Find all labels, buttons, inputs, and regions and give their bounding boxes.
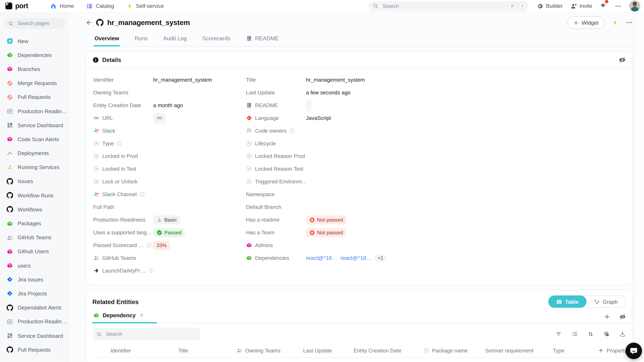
detail-row-passed-scorecard: Passed Scorecard …33%: [93, 239, 246, 252]
table-row[interactable]: mongodb_caret_…mongodb@…an hour ago2 hou…: [92, 358, 626, 362]
add-widget-button[interactable]: Widget: [567, 16, 605, 29]
sidebar-item-deployments[interactable]: Deployments: [2, 146, 68, 160]
builder-button[interactable]: Builder: [537, 3, 562, 9]
column-header-title[interactable]: Title: [178, 347, 236, 354]
tab-readme[interactable]: README: [245, 33, 280, 46]
global-search-input[interactable]: [382, 3, 506, 9]
copy-icon[interactable]: [603, 331, 610, 337]
catalog-icon: [86, 3, 93, 9]
column-header-property[interactable]: Property: [598, 347, 626, 354]
more-menu-icon[interactable]: [615, 3, 622, 9]
sidebar-item-github-teams[interactable]: GitHub Teams: [2, 231, 68, 245]
column-header-identifier[interactable]: Identifier: [110, 347, 178, 354]
cube-pink-icon: [6, 262, 13, 269]
sidebar-item-service-dashboard[interactable]: Service Dashboard: [2, 118, 68, 132]
add-relation-icon[interactable]: [604, 313, 610, 320]
tab-audit-log[interactable]: Audit Log: [162, 33, 188, 46]
view-toggle: Table Graph: [548, 296, 626, 308]
download-icon[interactable]: [619, 331, 626, 337]
top-nav: port HomeCatalogSelf-service ⌘ K Builder…: [0, 0, 644, 12]
details-title: Details: [102, 57, 121, 63]
detail-label: Language: [255, 115, 279, 121]
detail-value: hr_management_system: [153, 77, 212, 83]
filter-icon[interactable]: [555, 331, 562, 337]
sidebar-item-label: Jira Projects: [18, 291, 47, 297]
column-header-owning-teams[interactable]: Owning Teams: [236, 347, 303, 354]
column-header-package-name[interactable]: Package name: [424, 347, 485, 354]
avatar[interactable]: [629, 0, 640, 12]
detail-row-title: Titlehr_management_system: [246, 73, 625, 86]
tab-dependency[interactable]: Dependency: [92, 312, 157, 324]
sidebar-item-workflows[interactable]: Workflows: [2, 202, 68, 216]
gear-icon: [537, 3, 544, 9]
related-entities-card: Related Entities Table Graph: [86, 290, 632, 362]
sidebar-item-label: GitHub Teams: [18, 234, 52, 241]
sidebar: NewDependenciesBranchesMerge RequestsPul…: [0, 12, 70, 362]
sidebar-item-new[interactable]: New: [2, 34, 68, 48]
table-view-button[interactable]: Table: [548, 296, 586, 308]
sort-icon[interactable]: [587, 331, 594, 337]
sidebar-item-running-services[interactable]: Running Services: [2, 160, 68, 174]
radio-icon: [246, 166, 252, 172]
sidebar-item-production-readin[interactable]: Production Readin…: [2, 315, 68, 329]
detail-label: Title: [246, 77, 256, 83]
chat-launcher[interactable]: [626, 343, 642, 359]
sidebar-search-input[interactable]: [17, 20, 62, 26]
column-header-last-update[interactable]: Last Update: [303, 347, 354, 354]
nav-item-catalog[interactable]: Catalog: [86, 3, 114, 9]
eye-off-icon[interactable]: [618, 56, 626, 63]
sidebar-item-dependabot-alerts[interactable]: Dependabot Alerts: [2, 301, 68, 315]
sidebar-item-label: Pull Requests: [18, 94, 51, 100]
dependency-link[interactable]: react@^18…: [340, 255, 372, 261]
sidebar-item-users[interactable]: users: [2, 259, 68, 273]
radio-icon: [424, 348, 429, 353]
column-header-semver-requirement[interactable]: Semver requirement: [485, 347, 553, 354]
eye-off-icon[interactable]: [619, 313, 626, 320]
sidebar-item-label: Github Users: [18, 249, 49, 255]
tab-scorecards[interactable]: Scorecards: [202, 33, 231, 46]
column-header-type[interactable]: Type: [553, 347, 598, 354]
group-by-icon[interactable]: [571, 331, 578, 337]
sidebar-item-pull-requests[interactable]: Pull Requests: [2, 343, 68, 357]
sidebar-item-service-dashboard[interactable]: Service Dashboard: [2, 329, 68, 343]
tab-overview[interactable]: Overview: [94, 33, 120, 46]
sidebar-item-merge-requests[interactable]: Merge Requests: [2, 76, 68, 90]
tab-runs[interactable]: Runs: [134, 33, 148, 46]
detail-label: Identifier: [93, 77, 114, 83]
cube-pink-icon: [6, 248, 13, 255]
sidebar-item-jira-issues[interactable]: Jira Issues: [2, 273, 68, 287]
dependency-link[interactable]: react@^18…: [306, 255, 337, 261]
sidebar-search[interactable]: [4, 18, 66, 29]
column-header-entity-creation-date[interactable]: Entity Creation Date: [354, 347, 423, 354]
link-icon: [93, 115, 100, 121]
nav-item-self-service[interactable]: Self-service: [126, 3, 164, 9]
sidebar-item-github-users[interactable]: Github Users: [2, 245, 68, 259]
sidebar-item-issues[interactable]: Issues: [2, 174, 68, 188]
sidebar-item-pull-requests[interactable]: Pull Requests: [2, 90, 68, 104]
url-link-chip[interactable]: [153, 113, 166, 123]
scrollbar-gutter[interactable]: [634, 12, 644, 362]
sidebar-item-jira-projects[interactable]: Jira Projects: [2, 287, 68, 301]
global-search[interactable]: ⌘ K: [368, 1, 528, 11]
graph-view-button[interactable]: Graph: [586, 296, 626, 307]
back-arrow-icon[interactable]: [86, 19, 92, 26]
announcements-button[interactable]: [600, 1, 607, 10]
sidebar-item-packages[interactable]: Packages: [2, 217, 68, 231]
more-count-chip[interactable]: +1: [375, 254, 386, 262]
related-search-input[interactable]: [105, 331, 196, 337]
top-nav-items: HomeCatalogSelf-service: [50, 3, 164, 9]
nav-item-home[interactable]: Home: [50, 3, 74, 9]
sidebar-item-dependencies[interactable]: Dependencies: [2, 48, 68, 62]
invite-button[interactable]: Invite: [570, 3, 592, 9]
sidebar-item-production-readin[interactable]: Production Readin…: [2, 104, 68, 118]
actions-lightning-icon[interactable]: [612, 19, 618, 26]
sidebar-item-branches[interactable]: Branches: [2, 62, 68, 76]
sidebar-item-code-scan-alerts[interactable]: Code Scan Alerts: [2, 132, 68, 146]
port-logo[interactable]: port: [4, 1, 28, 10]
detail-label: Lifecycle: [255, 140, 276, 147]
page-more-icon[interactable]: [626, 19, 632, 26]
x-circle-icon: [309, 230, 315, 235]
detail-row-lock-or-unlock: Lock or Unlock: [93, 175, 246, 188]
sidebar-item-workflow-runs[interactable]: Workflow Runs: [2, 188, 68, 202]
related-search[interactable]: [92, 328, 200, 340]
